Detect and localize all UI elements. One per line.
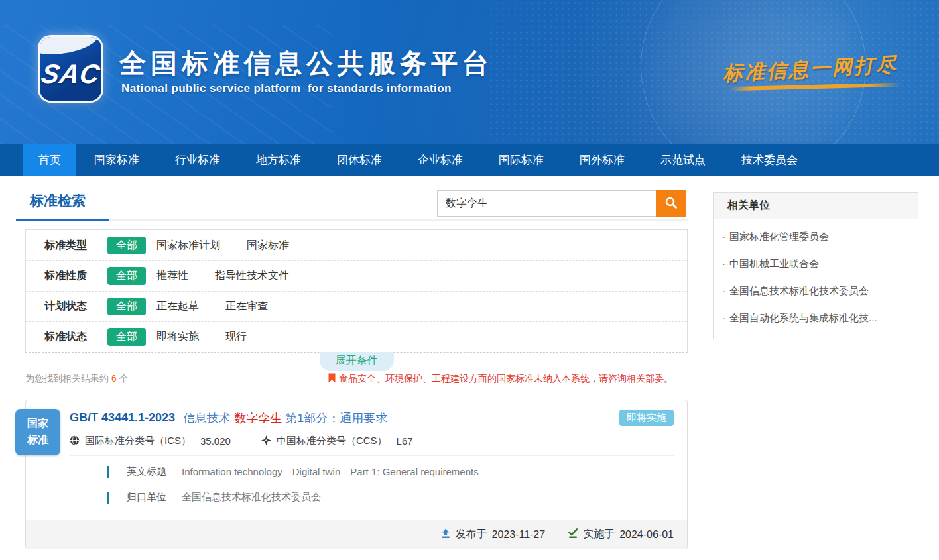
filter-selected-all-badge[interactable]: 全部 (107, 328, 146, 346)
notice-text: 食品安全、环境保护、工程建设方面的国家标准未纳入本系统，请咨询相关部委。 (339, 373, 673, 385)
compass-icon (261, 435, 277, 447)
section-title-underline (16, 219, 109, 221)
publish-icon (440, 528, 451, 541)
nav-tab-group-standards[interactable]: 团体标准 (319, 144, 400, 176)
standard-result-card: 国家标准 GB/T 43441.1-2023 信息技术 数字孪生 第1部分：通用… (25, 400, 688, 549)
bullet: · (722, 285, 725, 296)
related-unit-item[interactable]: ·中国机械工业联合会 (714, 251, 918, 278)
filter-row-plan-status: 计划状态 全部 正在起草 正在审查 (26, 291, 687, 321)
filter-option[interactable]: 推荐性 (156, 269, 188, 283)
ccs-value: L67 (397, 435, 413, 447)
result-count: 为您找到相关结果约6个 (25, 373, 129, 385)
filter-selected-all-badge[interactable]: 全部 (107, 237, 146, 254)
publish-label: 发布于 (456, 528, 487, 541)
filter-row-standard-status: 标准状态 全部 即将实施 现行 (26, 321, 687, 352)
standard-title[interactable]: 信息技术 数字孪生 第1部分：通用要求 (183, 410, 387, 426)
nav-tab-enterprise-standards[interactable]: 企业标准 (400, 144, 481, 176)
sac-logo: SAC (40, 37, 101, 101)
filter-label: 标准状态 (44, 330, 107, 344)
implement-date-item: 实施于 2024-06-01 (568, 528, 674, 541)
row-accent-bar (107, 492, 109, 504)
related-unit-item[interactable]: ·全国信息技术标准化技术委员会 (714, 278, 918, 305)
nav-tab-industry-standards[interactable]: 行业标准 (157, 144, 238, 176)
implement-date: 2024-06-01 (619, 529, 674, 541)
nav-tab-technical-committees[interactable]: 技术委员会 (723, 144, 816, 176)
site-banner: SAC 全国标准信息公共服务平台 National public service… (0, 0, 939, 144)
search-input[interactable] (437, 190, 656, 217)
nav-tab-national-standards[interactable]: 国家标准 (76, 144, 157, 176)
filter-option[interactable]: 现行 (225, 330, 247, 344)
ics-label: 国际标准分类号（ICS） (85, 435, 191, 447)
banner-slogan: 标准信息一网打尽 (723, 56, 922, 83)
related-unit-item[interactable]: ·国家标准化管理委员会 (714, 223, 918, 251)
ccs-label: 中国标准分类号（CCS） (277, 435, 387, 447)
bookmark-icon (328, 373, 336, 385)
standard-type-tag: 国家标准 (15, 409, 60, 455)
search-term-highlight: 数字孪生 (234, 412, 282, 425)
committee-label: 归口单位 (127, 491, 166, 504)
related-units-panel: 相关单位 ·国家标准化管理委员会 ·中国机械工业联合会 ·全国信息技术标准化技术… (713, 192, 918, 339)
related-unit-item[interactable]: ·全国自动化系统与集成标准化技... (714, 305, 918, 332)
row-accent-bar (107, 466, 109, 478)
filter-option[interactable]: 国家标准 (247, 239, 289, 252)
result-count-number: 6 (111, 373, 117, 384)
filter-label: 标准类型 (44, 239, 107, 252)
filter-row-standard-nature: 标准性质 全部 推荐性 指导性技术文件 (26, 260, 687, 291)
search-box (437, 190, 686, 217)
filter-option[interactable]: 正在起草 (156, 300, 199, 313)
site-title: 全国标准信息公共服务平台 (119, 45, 493, 82)
system-notice: 食品安全、环境保护、工程建设方面的国家标准未纳入本系统，请咨询相关部委。 (328, 373, 673, 385)
bullet: · (722, 312, 725, 323)
filter-row-standard-type: 标准类型 全部 国家标准计划 国家标准 (26, 230, 687, 260)
nav-tab-local-standards[interactable]: 地方标准 (238, 144, 319, 176)
nav-tab-international-standards[interactable]: 国际标准 (481, 144, 562, 176)
filter-option[interactable]: 即将实施 (156, 330, 199, 344)
card-footer: 发布于 2023-11-27 实施于 2024-06-01 (26, 520, 687, 549)
bullet: · (722, 258, 725, 269)
main-nav: 首页 国家标准 行业标准 地方标准 团体标准 企业标准 国际标准 国外标准 示范… (0, 144, 939, 176)
filter-panel: 标准类型 全部 国家标准计划 国家标准 标准性质 全部 推荐性 指导性技术文件 … (25, 229, 688, 353)
bullet: · (722, 231, 725, 242)
publish-date: 2023-11-27 (492, 529, 546, 541)
nav-tab-pilot-program[interactable]: 示范试点 (643, 144, 723, 176)
expand-conditions-button[interactable]: 展开条件 (320, 352, 394, 371)
publish-date-item: 发布于 2023-11-27 (440, 528, 546, 541)
search-section-header: 标准检索 (25, 189, 688, 221)
ics-value: 35.020 (200, 435, 231, 447)
filter-selected-all-badge[interactable]: 全部 (107, 298, 146, 315)
banner-slogan-text: 标准信息一网打尽 (722, 51, 899, 87)
related-units-title: 相关单位 (714, 193, 918, 219)
committee-row: 归口单位 全国信息技术标准化技术委员会 (107, 491, 674, 504)
status-badge: 即将实施 (619, 410, 674, 426)
ccs-classification: 中国标准分类号（CCS） L67 (261, 435, 413, 447)
sac-logo-text: SAC (40, 59, 101, 89)
site-subtitle: National public service platform for sta… (121, 82, 452, 95)
english-title-label: 英文标题 (127, 465, 166, 478)
committee-value: 全国信息技术标准化技术委员会 (182, 491, 321, 504)
ics-classification: 国际标准分类号（ICS） 35.020 (70, 435, 231, 447)
globe-icon (70, 435, 85, 447)
english-title-row: 英文标题 Information technology—Digital twin… (107, 465, 674, 478)
filter-selected-all-badge[interactable]: 全部 (107, 267, 146, 285)
search-button[interactable] (656, 190, 686, 217)
filter-option[interactable]: 指导性技术文件 (215, 269, 289, 283)
filter-option[interactable]: 正在审查 (225, 300, 268, 313)
filter-option[interactable]: 国家标准计划 (156, 239, 220, 252)
filter-label: 标准性质 (44, 269, 107, 283)
nav-tab-home[interactable]: 首页 (23, 144, 76, 176)
filter-label: 计划状态 (44, 300, 107, 313)
implement-label: 实施于 (583, 528, 615, 541)
magnifier-icon (664, 196, 678, 211)
standard-code[interactable]: GB/T 43441.1-2023 (70, 411, 175, 425)
check-icon (568, 528, 578, 541)
english-title-value: Information technology—Digital twin—Part… (182, 466, 479, 477)
nav-tab-foreign-standards[interactable]: 国外标准 (562, 144, 643, 176)
section-title: 标准检索 (30, 192, 86, 210)
